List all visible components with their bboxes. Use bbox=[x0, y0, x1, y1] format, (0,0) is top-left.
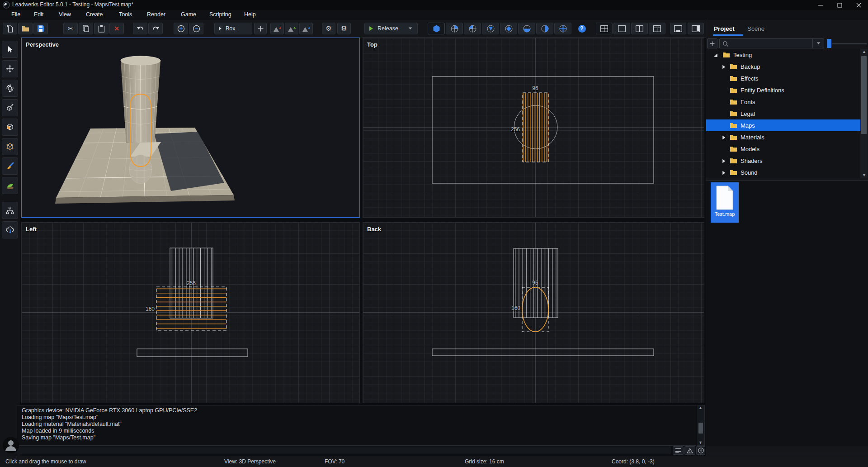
menu-scripting[interactable]: Scripting bbox=[209, 11, 231, 18]
paint-tool-button[interactable] bbox=[2, 157, 18, 175]
terrain-tool-button[interactable] bbox=[2, 177, 18, 194]
expander-collapsed-icon[interactable] bbox=[721, 158, 726, 164]
layout-single-pane-button[interactable] bbox=[613, 23, 630, 34]
paste-button[interactable] bbox=[94, 23, 108, 34]
toggle-side-panel-button[interactable] bbox=[688, 23, 704, 34]
expander-collapsed-icon[interactable] bbox=[721, 135, 726, 140]
select-tool-button[interactable] bbox=[2, 41, 18, 58]
cloud-download-button[interactable] bbox=[2, 221, 18, 238]
menu-create[interactable]: Create bbox=[86, 11, 103, 18]
close-button[interactable] bbox=[849, 0, 868, 10]
primitive-shape-5-button[interactable] bbox=[500, 23, 517, 34]
tree-item-backup[interactable]: Backup bbox=[706, 61, 860, 72]
save-button[interactable] bbox=[33, 23, 48, 34]
rotate-tool-button[interactable] bbox=[2, 80, 18, 97]
tree-item-entity-definitions[interactable]: Entity Definitions bbox=[706, 84, 860, 96]
expander-collapsed-icon[interactable] bbox=[721, 170, 726, 176]
move-tool-button[interactable] bbox=[2, 60, 18, 77]
delete-button[interactable]: ✕ bbox=[109, 23, 124, 34]
scroll-up-icon[interactable]: ▲ bbox=[698, 406, 703, 410]
tab-scene[interactable]: Scene bbox=[747, 25, 764, 32]
menu-help[interactable]: Help bbox=[244, 11, 256, 18]
tree-item-sound[interactable]: Sound bbox=[706, 167, 860, 178]
primitive-shape-6-button[interactable] bbox=[518, 23, 535, 34]
primitive-shape-8-button[interactable] bbox=[554, 23, 571, 34]
tree-item-effects[interactable]: Effects bbox=[706, 72, 860, 84]
tree-item-fonts[interactable]: Fonts bbox=[706, 96, 860, 108]
copy-button[interactable] bbox=[79, 23, 93, 34]
viewport-back[interactable]: Back 96 160 bbox=[363, 222, 704, 403]
scrollbar-thumb[interactable] bbox=[698, 423, 703, 434]
menu-view[interactable]: View bbox=[59, 11, 71, 18]
maximize-button[interactable] bbox=[830, 0, 849, 10]
menu-edit[interactable]: Edit bbox=[34, 11, 44, 18]
viewport-top[interactable]: Top 96 256 bbox=[363, 38, 704, 218]
user-avatar[interactable] bbox=[3, 437, 19, 453]
console-warning-filter-button[interactable] bbox=[684, 446, 695, 455]
primitive-type-dropdown[interactable]: Box bbox=[214, 23, 252, 34]
console-horizontal-scrollbar[interactable] bbox=[17, 447, 670, 454]
open-button[interactable] bbox=[18, 23, 33, 34]
thumbnail-size-slider-track[interactable] bbox=[832, 43, 867, 44]
add-asset-button[interactable] bbox=[707, 38, 717, 48]
minimize-button[interactable] bbox=[811, 0, 830, 10]
scroll-down-icon[interactable]: ▼ bbox=[862, 173, 866, 177]
tree-item-testing[interactable]: Testing bbox=[706, 49, 860, 61]
console-log-filter-button[interactable] bbox=[673, 446, 684, 455]
primitive-shape-3-button[interactable] bbox=[464, 23, 481, 34]
expander-collapsed-icon[interactable] bbox=[721, 64, 726, 70]
terrain-tool-green-button[interactable] bbox=[285, 23, 298, 34]
tree-item-shaders[interactable]: Shaders bbox=[706, 155, 860, 167]
face-cube-icon bbox=[6, 123, 14, 131]
expander-expanded-icon[interactable] bbox=[713, 52, 718, 58]
zoom-in-button[interactable] bbox=[174, 23, 188, 34]
build-config-dropdown[interactable]: Release bbox=[364, 23, 418, 34]
tree-scrollbar[interactable]: ▲ ▼ bbox=[860, 49, 868, 178]
primitive-shape-1-button[interactable] bbox=[428, 23, 445, 34]
tree-item-maps[interactable]: Maps bbox=[706, 119, 860, 131]
zoom-out-button[interactable] bbox=[189, 23, 203, 34]
primitive-shape-7-button[interactable] bbox=[536, 23, 553, 34]
layout-four-pane-button[interactable] bbox=[596, 23, 613, 34]
vertex-select-tool-button[interactable] bbox=[2, 138, 18, 155]
layout-two-pane-button[interactable] bbox=[631, 23, 648, 34]
viewport-perspective[interactable]: Perspective bbox=[21, 38, 360, 218]
cut-button[interactable]: ✂ bbox=[63, 23, 78, 34]
settings-outline-button[interactable]: ⚙ bbox=[322, 23, 335, 34]
console-scrollbar[interactable]: ▲ ▼ bbox=[697, 405, 705, 446]
terrain-tool-blue-button[interactable] bbox=[299, 23, 313, 34]
new-file-button[interactable] bbox=[3, 23, 17, 34]
undo-button[interactable] bbox=[133, 23, 147, 34]
viewport-left[interactable]: Left 256 160 bbox=[21, 222, 360, 403]
toggle-console-panel-button[interactable] bbox=[670, 23, 686, 34]
console-log[interactable]: Graphics device: NVIDIA GeForce RTX 3060… bbox=[17, 405, 696, 446]
terrain-tool-red-button[interactable] bbox=[270, 23, 284, 34]
menu-tools[interactable]: Tools bbox=[119, 11, 132, 18]
tree-item-legal[interactable]: Legal bbox=[706, 108, 860, 119]
console-error-filter-button[interactable] bbox=[696, 446, 705, 455]
menu-game[interactable]: Game bbox=[181, 11, 196, 18]
scroll-up-icon[interactable]: ▲ bbox=[862, 50, 866, 54]
settings-solid-button[interactable]: ⚙ bbox=[337, 23, 351, 34]
search-input[interactable] bbox=[731, 39, 813, 48]
help-button[interactable]: ? bbox=[575, 23, 589, 34]
add-primitive-button[interactable] bbox=[254, 23, 267, 34]
search-filter-dropdown[interactable] bbox=[812, 39, 824, 48]
redo-button[interactable] bbox=[148, 23, 163, 34]
primitive-shape-4-button[interactable] bbox=[482, 23, 499, 34]
layout-three-pane-button[interactable] bbox=[649, 23, 665, 34]
face-select-tool-button[interactable] bbox=[2, 119, 18, 136]
primitive-shape-2-button[interactable] bbox=[446, 23, 463, 34]
tree-item-models[interactable]: Models bbox=[706, 143, 860, 155]
copy-icon bbox=[82, 25, 90, 32]
scroll-down-icon[interactable]: ▼ bbox=[698, 441, 703, 445]
menu-render[interactable]: Render bbox=[147, 11, 165, 18]
scrollbar-thumb[interactable] bbox=[861, 56, 867, 134]
hierarchy-tool-button[interactable] bbox=[2, 202, 18, 219]
tree-item-materials[interactable]: Materials bbox=[706, 131, 860, 143]
file-tile-testmap[interactable]: Test.map bbox=[711, 182, 739, 223]
shift-tool-button[interactable] bbox=[2, 99, 18, 116]
thumbnail-size-slider-thumb[interactable] bbox=[827, 39, 831, 48]
menu-file[interactable]: File bbox=[11, 11, 20, 18]
tab-project[interactable]: Project bbox=[714, 25, 735, 32]
